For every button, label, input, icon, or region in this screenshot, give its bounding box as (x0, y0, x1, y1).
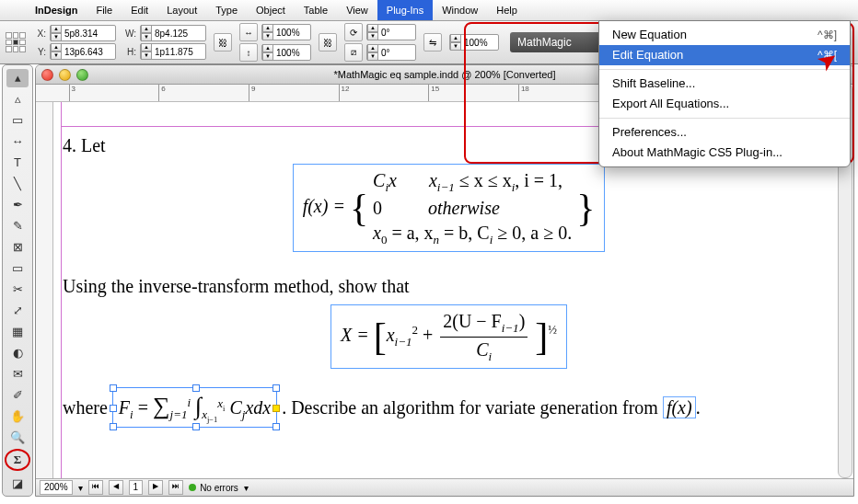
gap-tool-icon[interactable]: ↔ (6, 132, 29, 151)
status-bar: 200% ▾ ⏮ ◀ 1 ▶ ⏭ No errors ▾ (36, 478, 853, 496)
rotate-field[interactable]: ▲▼ (366, 24, 416, 40)
text-line-2: Using the inverse-transform method, show… (63, 274, 835, 299)
window-controls[interactable] (41, 69, 88, 81)
zoom-dropdown-icon[interactable]: ▾ (78, 483, 83, 493)
app-name[interactable]: InDesign (26, 5, 87, 16)
scissors-tool-icon[interactable]: ✂ (6, 281, 29, 299)
rectangle-tool-icon[interactable]: ▭ (6, 259, 29, 278)
menu-edit[interactable]: Edit (122, 0, 157, 20)
minimize-icon[interactable] (59, 69, 71, 81)
page-tool-icon[interactable]: ▭ (6, 111, 29, 130)
menu-help[interactable]: Help (487, 0, 527, 20)
selection-tool-icon[interactable]: ▴ (6, 69, 29, 87)
preflight-dropdown-icon[interactable]: ▾ (244, 483, 249, 493)
zoom-tool-icon[interactable]: 🔍 (6, 428, 29, 446)
hand-tool-icon[interactable]: ✋ (6, 407, 29, 425)
shear-field[interactable]: ▲▼ (366, 44, 416, 61)
y-label: Y: (33, 47, 46, 57)
menu-preferences[interactable]: Preferences... (599, 122, 850, 143)
page-field[interactable]: 1 (129, 480, 144, 495)
menu-view[interactable]: View (337, 0, 377, 20)
menu-about[interactable]: About MathMagic CS5 Plug-in... (599, 143, 850, 163)
scale-x-field[interactable]: ▲▼ (261, 24, 311, 40)
w-field[interactable]: ▲▼ (140, 25, 206, 41)
gradient-feather-tool-icon[interactable]: ◐ (6, 343, 29, 361)
menu-type[interactable]: Type (206, 0, 247, 20)
scale-y-field[interactable]: ▲▼ (261, 44, 311, 61)
rectangle-frame-tool-icon[interactable]: ⊠ (6, 238, 29, 257)
menu-export-all[interactable]: Export All Equations... (599, 94, 850, 114)
pen-tool-icon[interactable]: ✒ (6, 196, 29, 214)
equation-4[interactable]: f(x) (663, 396, 696, 418)
menu-window[interactable]: Window (433, 0, 487, 20)
menu-object[interactable]: Object (247, 0, 295, 20)
mathmagic-dropdown: New Equation^⌘] Edit Equation^⌘[ Shift B… (598, 20, 851, 167)
menu-shift-baseline[interactable]: Shift Baseline... (599, 74, 850, 94)
page-content: 4. Let f(x) = { Cix xi−1 ≤ x ≤ xi, i = 1… (63, 133, 835, 428)
flip-h-icon[interactable]: ⇋ (423, 33, 442, 52)
note-tool-icon[interactable]: ✉ (6, 364, 29, 383)
constrain-wh-icon[interactable]: ⛓ (214, 33, 232, 52)
x-label: X: (33, 29, 46, 39)
preflight-status[interactable]: No errors (189, 483, 238, 493)
menu-table[interactable]: Table (295, 0, 337, 20)
close-icon[interactable] (41, 69, 53, 81)
menu-new-equation[interactable]: New Equation^⌘] (599, 25, 850, 45)
prev-page-button[interactable]: ◀ (109, 480, 123, 495)
equation-1[interactable]: f(x) = { Cix xi−1 ≤ x ≤ xi, i = 1, 0 oth… (293, 164, 606, 252)
mathmagic-tool-icon[interactable]: Σ (5, 449, 30, 471)
h-field[interactable]: ▲▼ (140, 43, 206, 60)
constrain-scale-icon[interactable]: ⛓ (319, 33, 337, 52)
menu-file[interactable]: File (87, 0, 122, 20)
h-label: H: (123, 47, 136, 57)
type-tool-icon[interactable]: T (6, 154, 29, 172)
gradient-swatch-tool-icon[interactable]: ▦ (6, 322, 29, 340)
free-transform-tool-icon[interactable]: ⤢ (6, 301, 29, 319)
reference-point-grid[interactable] (6, 32, 26, 52)
x-field[interactable]: ▲▼ (50, 25, 116, 41)
eyedropper-tool-icon[interactable]: ✐ (6, 385, 29, 404)
status-dot-icon (189, 484, 196, 491)
direct-selection-tool-icon[interactable]: ▵ (6, 90, 29, 109)
equation-2[interactable]: X = [xi−12 + 2(U − Fi−1)Ci ]½ (330, 304, 567, 369)
next-page-button[interactable]: ▶ (148, 480, 163, 495)
menu-layout[interactable]: Layout (157, 0, 206, 20)
menu-plugins[interactable]: Plug-Ins (377, 0, 433, 20)
fill-stroke-icon[interactable]: ◪ (6, 474, 29, 492)
shear-icon: ⧄ (344, 43, 363, 62)
mathmagic-label: MathMagic (517, 36, 572, 49)
tools-panel: ▴ ▵ ▭ ↔ T ╲ ✒ ✎ ⊠ ▭ ✂ ⤢ ▦ ◐ ✉ ✐ ✋ 🔍 Σ ◪ (2, 64, 33, 497)
last-page-button[interactable]: ⏭ (168, 480, 183, 495)
vertical-ruler[interactable] (36, 102, 53, 478)
scale-x-icon: ↔ (239, 23, 258, 41)
stroke-scale-field[interactable]: ▲▼ (449, 34, 499, 51)
scale-y-icon: ↕ (239, 43, 258, 62)
text-line-3: where Fi = ∑j=1i ∫xj−1xi Cjxdx . Describ… (63, 387, 835, 428)
zoom-field[interactable]: 200% (40, 480, 73, 495)
zoom-window-icon[interactable] (76, 69, 88, 81)
w-label: W: (123, 29, 136, 39)
first-page-button[interactable]: ⏮ (88, 480, 103, 495)
equation-3-selected[interactable]: Fi = ∑j=1i ∫xj−1xi Cjxdx (112, 387, 277, 428)
window-title: *MathMagic eq sample.indd @ 200% [Conver… (333, 69, 555, 80)
macos-menubar: InDesign File Edit Layout Type Object Ta… (0, 0, 858, 21)
y-field[interactable]: ▲▼ (50, 43, 116, 60)
pencil-tool-icon[interactable]: ✎ (6, 217, 29, 235)
rotate-icon: ⟳ (344, 23, 363, 41)
line-tool-icon[interactable]: ╲ (6, 175, 29, 193)
